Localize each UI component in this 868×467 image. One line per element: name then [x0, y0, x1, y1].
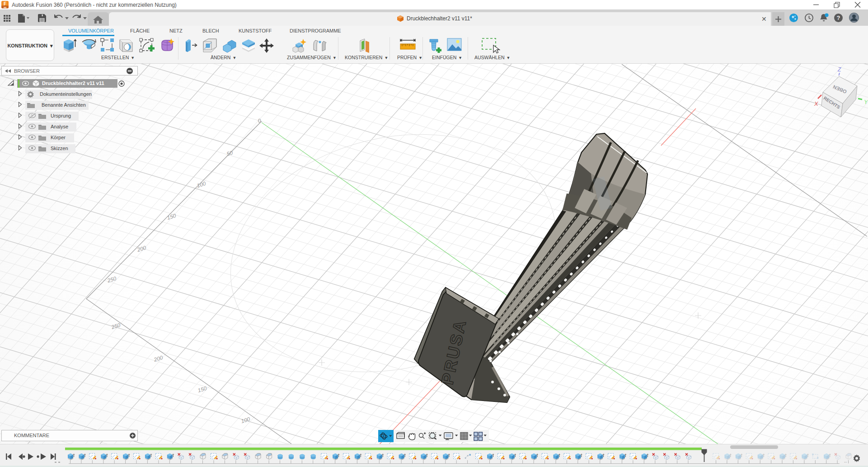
svg-text:..: ..: [844, 458, 847, 463]
